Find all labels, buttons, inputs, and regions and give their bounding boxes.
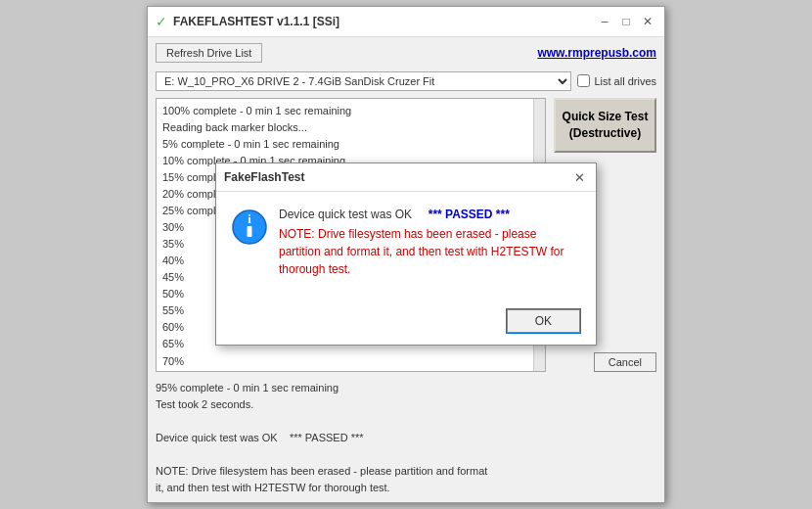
dialog-note: NOTE: Drive filesystem has been erased -… bbox=[279, 225, 580, 278]
passed-badge: *** PASSED *** bbox=[429, 208, 510, 221]
dialog-message-row: i Device quick test was OK *** PASSED **… bbox=[232, 208, 580, 278]
svg-text:i: i bbox=[248, 211, 251, 226]
dialog-title-bar: FakeFlashTest ✕ bbox=[216, 163, 596, 192]
main-window: ✓ FAKEFLASHTEST v1.1.1 [SSi] – □ ✕ Refre… bbox=[147, 6, 665, 503]
svg-rect-2 bbox=[248, 226, 252, 237]
dialog-body: i Device quick test was OK *** PASSED **… bbox=[216, 192, 596, 301]
dialog: FakeFlashTest ✕ i Device quick test was … bbox=[215, 162, 597, 346]
dialog-passed-line: Device quick test was OK *** PASSED *** bbox=[279, 208, 580, 221]
dialog-close-button[interactable]: ✕ bbox=[570, 168, 588, 186]
info-icon: i bbox=[232, 209, 267, 245]
dialog-title: FakeFlashTest bbox=[224, 170, 570, 184]
ok-button[interactable]: OK bbox=[507, 309, 580, 333]
dialog-footer: OK bbox=[216, 301, 596, 345]
dialog-overlay: FakeFlashTest ✕ i Device quick test was … bbox=[148, 7, 664, 502]
dialog-message-content: Device quick test was OK *** PASSED *** … bbox=[279, 208, 580, 278]
